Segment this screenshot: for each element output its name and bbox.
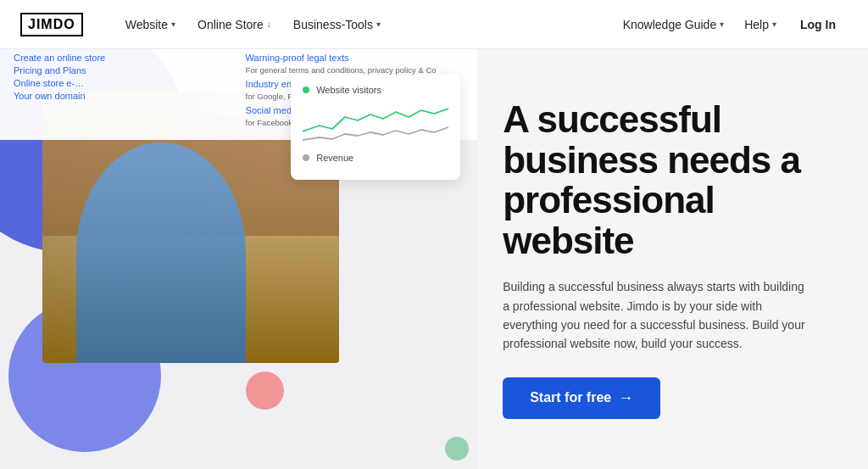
sparkline-svg (303, 102, 448, 148)
stats-dot-revenue (303, 154, 309, 161)
logo[interactable]: JIMDO (20, 13, 83, 36)
hero-left: OUR ONLINE STORE BUILDER Create an onlin… (0, 49, 477, 469)
nav-item-knowledge-guide[interactable]: Knowledge Guide ▾ (615, 13, 733, 36)
nav-right: Knowledge Guide ▾ Help ▾ Log In (615, 13, 848, 36)
login-button[interactable]: Log In (788, 13, 848, 36)
photo-person (76, 142, 246, 363)
cta-start-free-button[interactable]: Start for free → (503, 377, 660, 419)
navbar: JIMDO Website ▾ Online Store ↓ Business-… (0, 0, 868, 49)
chevron-down-icon: ↓ (267, 20, 271, 29)
chevron-down-icon: ▾ (772, 20, 776, 29)
decorative-circle-green (445, 437, 469, 461)
chevron-down-icon: ▾ (720, 20, 724, 29)
hero-section: OUR ONLINE STORE BUILDER Create an onlin… (0, 49, 868, 469)
nav-item-business-tools[interactable]: Business-Tools ▾ (285, 13, 389, 36)
nav-item-website[interactable]: Website ▾ (117, 13, 184, 36)
sparkline-chart (303, 102, 448, 153)
hero-headline: A successful business needs a profession… (503, 99, 826, 260)
cta-arrow-icon: → (618, 389, 633, 407)
nav-item-help[interactable]: Help ▾ (736, 13, 785, 36)
nav-links: Website ▾ Online Store ↓ Business-Tools … (117, 13, 615, 36)
nav-item-online-store[interactable]: Online Store ↓ (189, 13, 280, 36)
stats-card: Website visitors Revenue (291, 75, 460, 180)
stats-row-visitors: Website visitors (303, 85, 448, 95)
stats-dot-visitors (303, 87, 309, 93)
chevron-down-icon: ▾ (376, 20, 381, 29)
hero-right: A successful business needs a profession… (477, 49, 868, 469)
stats-row-revenue: Revenue (303, 153, 448, 163)
mega-menu-col1: OUR ONLINE STORE BUILDER Create an onlin… (14, 49, 232, 131)
decorative-circle-pink (246, 371, 284, 410)
hero-subtext: Building a successful business always st… (503, 277, 808, 354)
chevron-down-icon: ▾ (171, 20, 175, 29)
